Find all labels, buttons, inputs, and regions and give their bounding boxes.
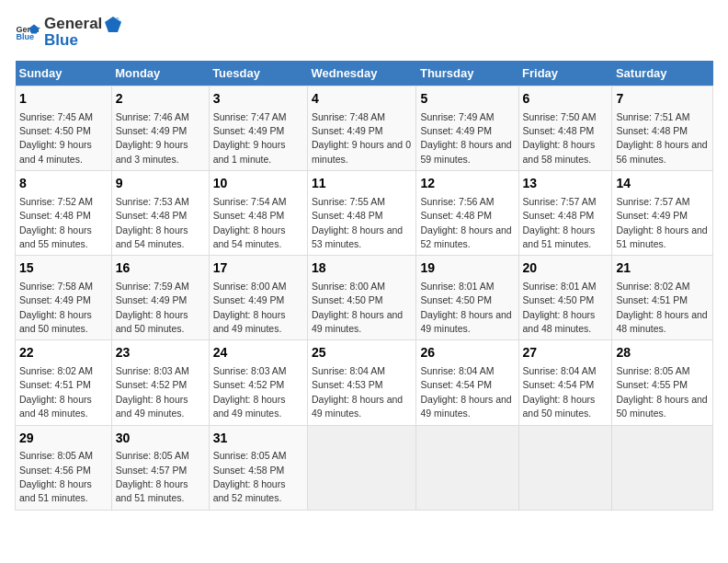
- daylight-info: Daylight: 8 hours and 49 minutes.: [420, 394, 511, 419]
- day-number: 19: [420, 259, 514, 278]
- calendar-cell: 21 Sunrise: 8:02 AM Sunset: 4:51 PM Dayl…: [612, 256, 713, 340]
- calendar-cell: 26 Sunrise: 8:04 AM Sunset: 4:54 PM Dayl…: [416, 340, 518, 425]
- daylight-info: Daylight: 8 hours and 56 minutes.: [616, 139, 707, 164]
- sunrise-info: Sunrise: 8:05 AM: [213, 450, 287, 461]
- day-number: 12: [420, 175, 514, 193]
- weekday-header: Friday: [518, 61, 612, 86]
- sunset-info: Sunset: 4:48 PM: [116, 210, 188, 221]
- sunrise-info: Sunrise: 8:04 AM: [312, 365, 385, 376]
- sunrise-info: Sunrise: 7:47 AM: [213, 111, 287, 122]
- daylight-info: Daylight: 8 hours and 51 minutes.: [19, 478, 92, 503]
- calendar-week-row: 15 Sunrise: 7:58 AM Sunset: 4:49 PM Dayl…: [16, 256, 713, 340]
- daylight-info: Daylight: 8 hours and 49 minutes.: [213, 309, 286, 334]
- sunset-info: Sunset: 4:49 PM: [116, 125, 188, 136]
- sunset-info: Sunset: 4:50 PM: [312, 294, 383, 305]
- daylight-info: Daylight: 8 hours and 49 minutes.: [312, 394, 403, 419]
- day-number: 6: [523, 90, 609, 109]
- sunrise-info: Sunrise: 7:49 AM: [420, 111, 494, 122]
- day-number: 14: [616, 175, 709, 193]
- sunset-info: Sunset: 4:49 PM: [116, 294, 188, 305]
- sunrise-info: Sunrise: 8:04 AM: [523, 365, 597, 376]
- calendar-cell: 17 Sunrise: 8:00 AM Sunset: 4:49 PM Dayl…: [209, 256, 307, 340]
- sunrise-info: Sunrise: 7:50 AM: [523, 111, 597, 122]
- daylight-info: Daylight: 8 hours and 51 minutes.: [616, 224, 707, 249]
- sunset-info: Sunset: 4:52 PM: [116, 379, 188, 390]
- calendar-cell: 25 Sunrise: 8:04 AM Sunset: 4:53 PM Dayl…: [307, 340, 415, 425]
- daylight-info: Daylight: 8 hours and 52 minutes.: [213, 478, 286, 503]
- sunset-info: Sunset: 4:54 PM: [420, 379, 492, 390]
- sunset-info: Sunset: 4:49 PM: [616, 210, 688, 221]
- calendar-cell: 28 Sunrise: 8:05 AM Sunset: 4:55 PM Dayl…: [612, 340, 713, 425]
- daylight-info: Daylight: 9 hours and 4 minutes.: [19, 139, 92, 164]
- day-number: 22: [19, 344, 108, 362]
- day-number: 24: [213, 344, 303, 362]
- calendar-cell: 3 Sunrise: 7:47 AM Sunset: 4:49 PM Dayli…: [209, 86, 307, 171]
- sunset-info: Sunset: 4:56 PM: [19, 465, 91, 476]
- day-number: 26: [420, 344, 514, 362]
- daylight-info: Daylight: 8 hours and 59 minutes.: [420, 139, 511, 164]
- day-number: 21: [616, 259, 709, 278]
- calendar-cell: [612, 425, 713, 510]
- day-number: 16: [116, 259, 205, 278]
- sunrise-info: Sunrise: 8:00 AM: [213, 281, 287, 292]
- logo-general-text: General: [44, 15, 102, 32]
- sunset-info: Sunset: 4:49 PM: [213, 294, 285, 305]
- sunset-info: Sunset: 4:55 PM: [616, 379, 688, 390]
- daylight-info: Daylight: 8 hours and 48 minutes.: [523, 309, 596, 334]
- sunrise-info: Sunrise: 7:53 AM: [116, 196, 189, 207]
- sunrise-info: Sunrise: 8:00 AM: [312, 281, 385, 292]
- sunset-info: Sunset: 4:52 PM: [213, 379, 285, 390]
- sunrise-info: Sunrise: 7:58 AM: [19, 281, 93, 292]
- daylight-info: Daylight: 8 hours and 54 minutes.: [116, 224, 188, 249]
- day-number: 28: [616, 344, 709, 362]
- day-number: 17: [213, 259, 303, 278]
- daylight-info: Daylight: 8 hours and 54 minutes.: [213, 224, 286, 249]
- sunset-info: Sunset: 4:54 PM: [523, 379, 595, 390]
- calendar-week-row: 22 Sunrise: 8:02 AM Sunset: 4:51 PM Dayl…: [16, 340, 713, 425]
- calendar-cell: 19 Sunrise: 8:01 AM Sunset: 4:50 PM Dayl…: [416, 256, 518, 340]
- calendar-table: SundayMondayTuesdayWednesdayThursdayFrid…: [15, 61, 713, 511]
- sunset-info: Sunset: 4:49 PM: [312, 125, 383, 136]
- sunset-info: Sunset: 4:49 PM: [213, 125, 285, 136]
- daylight-info: Daylight: 8 hours and 48 minutes.: [19, 394, 92, 419]
- calendar-cell: 10 Sunrise: 7:54 AM Sunset: 4:48 PM Dayl…: [209, 171, 307, 256]
- day-number: 27: [523, 344, 609, 362]
- sunrise-info: Sunrise: 8:03 AM: [213, 365, 287, 376]
- daylight-info: Daylight: 8 hours and 51 minutes.: [116, 478, 188, 503]
- calendar-cell: 7 Sunrise: 7:51 AM Sunset: 4:48 PM Dayli…: [612, 86, 713, 171]
- daylight-info: Daylight: 8 hours and 49 minutes.: [312, 309, 403, 334]
- daylight-info: Daylight: 9 hours and 1 minute.: [213, 139, 286, 164]
- calendar-cell: 23 Sunrise: 8:03 AM Sunset: 4:52 PM Dayl…: [111, 340, 209, 425]
- calendar-cell: 14 Sunrise: 7:57 AM Sunset: 4:49 PM Dayl…: [612, 171, 713, 256]
- day-number: 2: [116, 90, 205, 109]
- day-number: 15: [19, 259, 108, 278]
- sunrise-info: Sunrise: 8:05 AM: [19, 450, 93, 461]
- sunrise-info: Sunrise: 7:56 AM: [420, 196, 494, 207]
- calendar-cell: 5 Sunrise: 7:49 AM Sunset: 4:49 PM Dayli…: [416, 86, 518, 171]
- daylight-info: Daylight: 8 hours and 50 minutes.: [116, 309, 188, 334]
- day-number: 29: [19, 430, 108, 448]
- sunset-info: Sunset: 4:51 PM: [19, 379, 91, 390]
- day-number: 3: [213, 90, 303, 109]
- sunset-info: Sunset: 4:51 PM: [616, 294, 688, 305]
- day-number: 20: [523, 259, 609, 278]
- sunrise-info: Sunrise: 7:51 AM: [616, 111, 689, 122]
- day-number: 11: [312, 175, 412, 193]
- daylight-info: Daylight: 8 hours and 58 minutes.: [523, 139, 596, 164]
- day-number: 5: [420, 90, 514, 109]
- calendar-week-row: 8 Sunrise: 7:52 AM Sunset: 4:48 PM Dayli…: [16, 171, 713, 256]
- calendar-cell: 2 Sunrise: 7:46 AM Sunset: 4:49 PM Dayli…: [111, 86, 209, 171]
- weekday-header: Thursday: [416, 61, 518, 86]
- daylight-info: Daylight: 8 hours and 50 minutes.: [523, 394, 596, 419]
- header-row: SundayMondayTuesdayWednesdayThursdayFrid…: [16, 61, 713, 86]
- weekday-header: Monday: [111, 61, 209, 86]
- sunrise-info: Sunrise: 7:46 AM: [116, 111, 189, 122]
- sunset-info: Sunset: 4:48 PM: [523, 210, 595, 221]
- sunset-info: Sunset: 4:58 PM: [213, 465, 285, 476]
- svg-marker-2: [105, 17, 121, 32]
- calendar-cell: 22 Sunrise: 8:02 AM Sunset: 4:51 PM Dayl…: [16, 340, 112, 425]
- sunset-info: Sunset: 4:49 PM: [19, 294, 91, 305]
- day-number: 7: [616, 90, 709, 109]
- daylight-info: Daylight: 8 hours and 49 minutes.: [116, 394, 188, 419]
- calendar-cell: [416, 425, 518, 510]
